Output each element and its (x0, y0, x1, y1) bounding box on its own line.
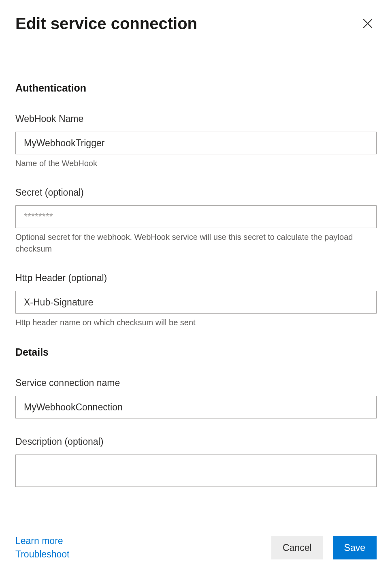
http-header-input[interactable] (15, 291, 377, 314)
footer-links: Learn more Troubleshoot (15, 536, 69, 560)
description-input[interactable] (15, 455, 377, 487)
description-field-group: Description (optional) (15, 436, 377, 489)
webhook-name-help: Name of the WebHook (15, 158, 377, 169)
http-header-label: Http Header (optional) (15, 273, 377, 284)
footer-buttons: Cancel Save (271, 536, 377, 559)
edit-service-connection-panel: Edit service connection Authentication W… (0, 0, 392, 572)
webhook-name-field-group: WebHook Name Name of the WebHook (15, 113, 377, 169)
authentication-heading: Authentication (15, 82, 377, 94)
close-icon (361, 17, 374, 30)
connection-name-field-group: Service connection name (15, 378, 377, 418)
secret-label: Secret (optional) (15, 187, 377, 198)
form-scroll-area: Authentication WebHook Name Name of the … (15, 82, 377, 527)
secret-input[interactable] (15, 205, 377, 228)
description-label: Description (optional) (15, 436, 377, 447)
secret-help: Optional secret for the webhook. WebHook… (15, 231, 377, 255)
page-title: Edit service connection (15, 15, 197, 33)
secret-field-group: Secret (optional) Optional secret for th… (15, 187, 377, 255)
connection-name-input[interactable] (15, 396, 377, 418)
http-header-help: Http header name on which checksum will … (15, 317, 377, 329)
troubleshoot-link[interactable]: Troubleshoot (15, 549, 69, 560)
webhook-name-input[interactable] (15, 132, 377, 154)
save-button[interactable]: Save (333, 536, 377, 559)
learn-more-link[interactable]: Learn more (15, 536, 69, 546)
panel-footer: Learn more Troubleshoot Cancel Save (15, 527, 377, 572)
panel-header: Edit service connection (15, 15, 377, 34)
close-button[interactable] (359, 15, 377, 34)
cancel-button[interactable]: Cancel (271, 536, 323, 559)
http-header-field-group: Http Header (optional) Http header name … (15, 273, 377, 329)
details-heading: Details (15, 346, 377, 358)
connection-name-label: Service connection name (15, 378, 377, 388)
webhook-name-label: WebHook Name (15, 113, 377, 124)
